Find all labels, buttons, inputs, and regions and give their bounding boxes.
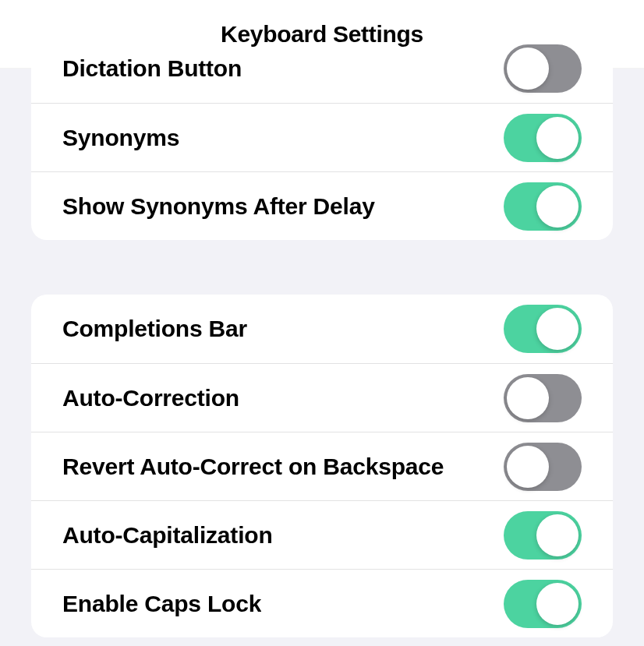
- page-title: Keyboard Settings: [221, 21, 423, 48]
- row-enable-caps-lock: Enable Caps Lock: [31, 569, 613, 637]
- settings-group-2: Completions Bar Auto-Correction Revert A…: [31, 295, 613, 637]
- toggle-auto-correction[interactable]: [504, 374, 582, 422]
- toggle-knob: [536, 185, 579, 228]
- row-auto-correction: Auto-Correction: [31, 363, 613, 432]
- row-label: Completions Bar: [62, 316, 247, 342]
- settings-group-1: Dictation Button Synonyms Show Synonyms …: [31, 34, 613, 240]
- toggle-knob: [507, 48, 549, 90]
- toggle-synonyms[interactable]: [504, 114, 582, 162]
- row-label: Dictation Button: [62, 55, 242, 82]
- toggle-knob: [536, 117, 579, 159]
- toggle-revert-autocorrect-backspace[interactable]: [504, 443, 582, 491]
- row-label: Auto-Capitalization: [62, 522, 273, 549]
- toggle-knob: [507, 377, 549, 419]
- row-label: Revert Auto-Correct on Backspace: [62, 454, 444, 480]
- row-synonyms: Synonyms: [31, 103, 613, 171]
- toggle-completions-bar[interactable]: [504, 305, 582, 353]
- toggle-knob: [536, 583, 579, 625]
- toggle-knob: [536, 308, 579, 350]
- toggle-dictation-button[interactable]: [504, 44, 582, 93]
- toggle-knob: [507, 446, 549, 488]
- row-completions-bar: Completions Bar: [31, 295, 613, 363]
- toggle-knob: [536, 514, 579, 556]
- row-auto-capitalization: Auto-Capitalization: [31, 500, 613, 569]
- row-label: Show Synonyms After Delay: [62, 193, 375, 220]
- row-revert-autocorrect-backspace: Revert Auto-Correct on Backspace: [31, 432, 613, 500]
- row-label: Synonyms: [62, 125, 179, 151]
- row-label: Auto-Correction: [62, 385, 239, 411]
- toggle-enable-caps-lock[interactable]: [504, 580, 582, 628]
- row-label: Enable Caps Lock: [62, 591, 261, 617]
- row-show-synonyms-after-delay: Show Synonyms After Delay: [31, 171, 613, 240]
- toggle-show-synonyms-after-delay[interactable]: [504, 182, 582, 231]
- toggle-auto-capitalization[interactable]: [504, 511, 582, 560]
- content: Dictation Button Synonyms Show Synonyms …: [0, 34, 644, 637]
